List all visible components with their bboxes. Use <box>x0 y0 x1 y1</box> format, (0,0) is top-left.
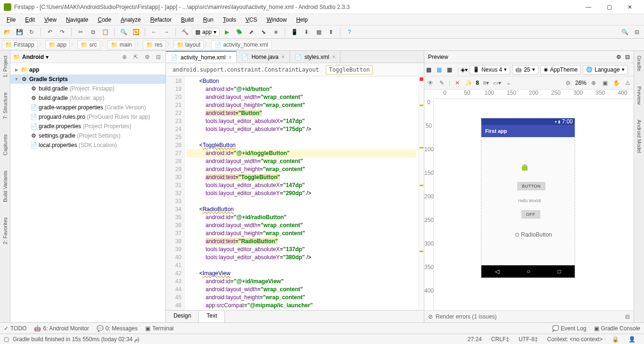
tree-item[interactable]: ▼⚙Gradle Scripts <box>10 74 165 84</box>
preview-gear-icon[interactable]: ⚙ <box>616 54 621 60</box>
menu-vcs[interactable]: VCS <box>241 15 262 25</box>
render-error-text[interactable]: Render errors (1 issues) <box>436 313 496 320</box>
help-icon[interactable]: ? <box>344 27 355 37</box>
replace-icon[interactable]: 🔁 <box>131 27 141 37</box>
open-icon[interactable]: 📂 <box>2 27 12 37</box>
menu-tools[interactable]: Tools <box>218 15 241 25</box>
tab-close-icon[interactable]: × <box>228 54 231 61</box>
project-gear-icon[interactable]: ⚙ <box>143 53 151 61</box>
breadcrumb-item[interactable]: 📁 Firstapp <box>2 40 38 49</box>
warning-marker[interactable] <box>420 251 423 252</box>
tree-item[interactable]: ⚙build.gradle (Module: app) <box>10 93 165 103</box>
code-content[interactable]: <Button android:id="@+id/button" android… <box>185 76 418 310</box>
tab-messages[interactable]: 💬 0: Messages <box>97 325 138 332</box>
debug-icon[interactable]: 🪲 <box>234 27 244 37</box>
path-leaf[interactable]: ToggleButton <box>326 65 373 74</box>
editor-tab[interactable]: 📄activity_home.xml× <box>166 51 237 63</box>
tree-item[interactable]: 📄gradle-wrapper.properties (Gradle Versi… <box>10 103 165 112</box>
breadcrumb-item[interactable]: 📁 src <box>77 40 100 49</box>
lock-icon[interactable]: 🔒 <box>607 336 624 343</box>
device-preview[interactable]: ▾ ▮ 7:00 First app BUTTON Hello World! O… <box>481 118 575 278</box>
collapse-icon[interactable]: ⊟ <box>632 27 642 37</box>
copy-icon[interactable]: ⧉ <box>88 27 98 37</box>
cut-icon[interactable]: ✂ <box>75 27 86 37</box>
menu-build[interactable]: Build <box>176 15 198 25</box>
tree-item[interactable]: 📄local.properties (SDK Location) <box>10 140 165 150</box>
device-dropdown[interactable]: 📱Nexus 4▾ <box>470 65 510 74</box>
language-dropdown[interactable]: 🌐Language▾ <box>583 65 627 74</box>
sidetab-androidmodel[interactable]: Android Model <box>636 117 643 156</box>
menu-file[interactable]: File <box>2 15 20 25</box>
breadcrumb-item[interactable]: 📁 res <box>143 40 166 49</box>
menu-analyze[interactable]: Analyze <box>116 15 146 25</box>
tree-item[interactable]: ⚙build.gradle (Project: Firstapp) <box>10 84 165 93</box>
attach-icon[interactable]: ⬊ <box>258 27 269 37</box>
preview-hide-icon[interactable]: ⊟ <box>625 54 630 60</box>
tree-item[interactable]: 📄gradle.properties (Project Properties) <box>10 122 165 131</box>
save-icon[interactable]: 💾 <box>14 27 25 37</box>
redo-icon[interactable]: ↷ <box>57 27 67 37</box>
run-config-dropdown[interactable]: ▦app▾ <box>192 28 220 36</box>
menu-navigate[interactable]: Navigate <box>61 15 93 25</box>
profile-icon[interactable]: ⬈ <box>246 27 256 37</box>
sidetab-structure[interactable]: 7: Structure <box>1 90 9 122</box>
close-button[interactable]: ✕ <box>619 0 640 14</box>
project-scroll-icon[interactable]: ⊕ <box>120 53 129 61</box>
orientation-icon[interactable]: ▦ <box>426 66 435 73</box>
path-segment[interactable]: android.support.constraint.ConstraintLay… <box>170 66 322 74</box>
maximize-button[interactable]: ▢ <box>599 0 619 14</box>
warning-marker[interactable] <box>420 147 423 148</box>
sidetab-buildvariants[interactable]: Build Variants <box>1 168 9 205</box>
tab-design[interactable]: Design <box>166 311 199 322</box>
stop-icon[interactable]: ■ <box>271 27 281 37</box>
menu-view[interactable]: View <box>40 15 61 25</box>
sync-icon[interactable]: ↻ <box>26 27 37 37</box>
api-dropdown[interactable]: 🤖25▾ <box>512 65 538 74</box>
tab-text[interactable]: Text <box>199 311 225 322</box>
preview-footer-hide-icon[interactable]: ⊟ <box>625 313 630 320</box>
tree-item[interactable]: ⚙settings.gradle (Project Settings) <box>10 131 165 140</box>
infer-icon[interactable]: ✨ <box>464 79 473 87</box>
paste-icon[interactable]: 📋 <box>100 27 110 37</box>
encoding[interactable]: UTF-8‡ <box>514 336 543 343</box>
find-icon[interactable]: 🔍 <box>118 27 129 37</box>
sidetab-captures[interactable]: Captures <box>1 131 9 158</box>
menu-code[interactable]: Code <box>93 15 116 25</box>
sidetab-preview[interactable]: Preview <box>636 83 643 107</box>
tab-close-icon[interactable]: × <box>332 54 335 60</box>
preview-canvas[interactable]: 050100150200250300350400 050100150200250… <box>424 90 634 310</box>
sdk-icon[interactable]: ⬇ <box>301 27 312 37</box>
tab-close-icon[interactable]: × <box>281 54 285 60</box>
back-icon[interactable]: ← <box>149 27 159 37</box>
line-separator[interactable]: CRLF‡ <box>487 336 514 343</box>
both-icon[interactable]: ▦ <box>447 66 455 73</box>
breadcrumb-item[interactable]: 📁 app <box>45 40 70 49</box>
error-marker[interactable] <box>420 77 423 81</box>
menu-run[interactable]: Run <box>198 15 218 25</box>
menu-help[interactable]: Help <box>291 15 313 25</box>
refresh-icon[interactable]: ◈▾ <box>461 66 468 73</box>
forward-icon[interactable]: → <box>161 27 172 37</box>
sidetab-gradle[interactable]: Gradle <box>636 53 643 74</box>
breadcrumb-item[interactable]: 📄 activity_home.xml <box>211 40 272 49</box>
tab-terminal[interactable]: ▣ Terminal <box>145 325 173 332</box>
search-everywhere-icon[interactable]: 🔍 <box>619 27 630 37</box>
menu-refactor[interactable]: Refactor <box>146 15 176 25</box>
editor-tab[interactable]: 📄styles.xml× <box>290 51 341 63</box>
sidetab-favorites[interactable]: 2: Favorites <box>1 214 9 247</box>
tab-android-monitor[interactable]: 🤖 6: Android Monitor <box>34 325 89 332</box>
tab-event-log[interactable]: 💭 Event Log <box>552 325 586 332</box>
menu-edit[interactable]: Edit <box>20 15 40 25</box>
avd-icon[interactable]: 📱 <box>289 27 299 37</box>
project-tree[interactable]: ▶📁app▼⚙Gradle Scripts⚙build.gradle (Proj… <box>10 63 165 322</box>
context[interactable]: Context: <no context> <box>543 336 607 343</box>
minimize-button[interactable]: — <box>578 0 599 14</box>
clear-constraints-icon[interactable]: ✕ <box>453 79 462 87</box>
menu-window[interactable]: Window <box>262 15 291 25</box>
project-collapse-icon[interactable]: ⇱ <box>132 53 140 61</box>
code-editor[interactable]: 1819202122232425262728293031323334353637… <box>166 76 424 310</box>
sidetab-project[interactable]: 1: Project <box>1 53 9 80</box>
tab-gradle-console[interactable]: ▣ Gradle Console <box>594 325 640 332</box>
project-hide-icon[interactable]: ⊟ <box>154 53 163 61</box>
make-icon[interactable]: 🔨 <box>180 27 190 37</box>
